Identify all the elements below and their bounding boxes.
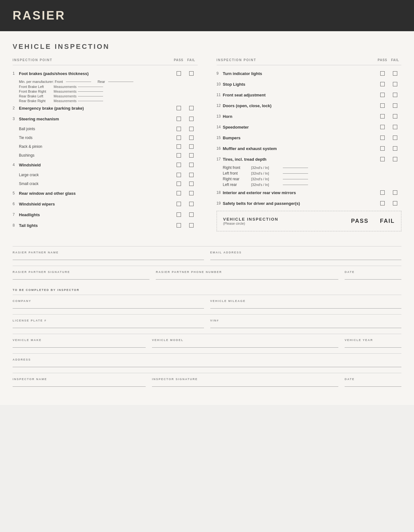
right-col-inspection-label: INSPECTION POINT: [217, 58, 376, 62]
item-14-num: 14: [217, 125, 223, 129]
item-18-label: Interior and exterior rear view mirrors: [223, 190, 376, 195]
item-1-pass-checkbox[interactable]: [177, 71, 181, 76]
item-2-fail-checkbox[interactable]: [189, 106, 194, 110]
section-title: VEHICLE INSPECTION: [13, 43, 401, 51]
item-15-pass-checkbox[interactable]: [380, 136, 385, 140]
item-3-bushings-pass[interactable]: [177, 153, 181, 158]
item-17-label: Tires, incl. tread depth: [223, 157, 376, 162]
item-18-pass-checkbox[interactable]: [380, 190, 385, 195]
item-18-num: 18: [217, 190, 223, 195]
item-3: 3 Steering mechanism: [13, 114, 198, 123]
item-3-rack-pinion-fail[interactable]: [189, 144, 194, 149]
item-12-pass-checkbox[interactable]: [380, 103, 385, 108]
item-8-num: 8: [13, 223, 19, 228]
item-6-fail-checkbox[interactable]: [189, 202, 194, 206]
inspector-date-field: DATE: [345, 378, 401, 387]
item-4-small-crack: Small crack: [13, 180, 198, 188]
item-11-pass-checkbox[interactable]: [380, 93, 385, 97]
item-3-rack-pinion-pass[interactable]: [177, 144, 181, 149]
item-9-pass-checkbox[interactable]: [380, 71, 385, 76]
item-10-fail-checkbox[interactable]: [393, 82, 397, 86]
left-column: INSPECTION POINT PASS FAIL 1 Foot brakes…: [13, 58, 207, 232]
item-1-rear-left: Rear Brake Left Measurements: [13, 94, 198, 98]
item-4-small-crack-fail[interactable]: [189, 182, 194, 186]
item-12-num: 12: [217, 103, 223, 108]
header-title: RASIER: [13, 9, 401, 22]
item-3-ball-joints-pass[interactable]: [177, 127, 181, 131]
plate-label: LICENSE PLATE #: [13, 319, 204, 322]
item-11: 11 Front seat adjustment: [217, 90, 402, 99]
item-3-ball-joints-fail[interactable]: [189, 127, 194, 131]
item-14-fail-checkbox[interactable]: [393, 125, 397, 129]
item-15-fail-checkbox[interactable]: [393, 136, 397, 140]
signature-label: RASIER PARTNER SIGNATURE: [13, 270, 149, 274]
tire-left-front: Left front [32nd's / In]: [217, 171, 402, 176]
inspector-section: TO BE COMPLETED BY INSPECTOR: [13, 288, 401, 292]
item-17: 17 Tires, incl. tread depth: [217, 155, 402, 164]
item-7: 7 Headlights: [13, 210, 198, 219]
item-19-label: Safety belts for driver and passenger(s): [223, 201, 376, 206]
item-8-pass-checkbox[interactable]: [177, 223, 181, 228]
item-4-large-crack-fail[interactable]: [189, 173, 194, 177]
item-1-num: 1: [13, 71, 19, 76]
footer-row-5: VEHICLE MAKE VEHICLE MODEL VEHICLE YEAR: [13, 338, 401, 353]
item-5-pass-checkbox[interactable]: [177, 191, 181, 195]
item-6-pass-checkbox[interactable]: [177, 202, 181, 206]
left-col-inspection-label: INSPECTION POINT: [13, 58, 172, 62]
item-17-fail-checkbox[interactable]: [393, 157, 397, 161]
inspector-name-field: INSPECTOR NAME: [13, 378, 146, 387]
item-4-pass-checkbox[interactable]: [177, 163, 181, 167]
item-9-label: Turn indicator lights: [223, 71, 376, 76]
inspection-columns: INSPECTION POINT PASS FAIL 1 Foot brakes…: [13, 58, 401, 232]
inspector-sig-label: INSPECTOR SIGNATURE: [152, 378, 338, 381]
vin-label: VIN#: [210, 319, 402, 322]
item-19-fail-checkbox[interactable]: [393, 201, 397, 205]
item-2-pass-checkbox[interactable]: [177, 106, 181, 110]
item-5-fail-checkbox[interactable]: [189, 191, 194, 195]
tire-right-rear: Right rear [32nd's / In]: [217, 177, 402, 181]
item-11-fail-checkbox[interactable]: [393, 93, 397, 97]
item-6-label: Windshield wipers: [19, 202, 172, 206]
item-16: 16 Muffler and exhaust system: [217, 144, 402, 153]
item-16-fail-checkbox[interactable]: [393, 146, 397, 151]
item-6-num: 6: [13, 202, 19, 206]
summary-fail-label: FAIL: [380, 218, 395, 224]
item-8-fail-checkbox[interactable]: [189, 223, 194, 228]
item-3-fail-checkbox[interactable]: [189, 117, 194, 121]
main-content: VEHICLE INSPECTION INSPECTION POINT PASS…: [0, 31, 414, 405]
item-8-label: Tail lights: [19, 223, 172, 228]
left-col-fail-label: FAIL: [185, 58, 198, 62]
item-7-pass-checkbox[interactable]: [177, 212, 181, 217]
item-19-num: 19: [217, 201, 223, 205]
item-3-bushings-fail[interactable]: [189, 153, 194, 158]
item-7-fail-checkbox[interactable]: [189, 212, 194, 217]
item-14-pass-checkbox[interactable]: [380, 125, 385, 129]
item-3-pass-checkbox[interactable]: [177, 117, 181, 121]
item-16-pass-checkbox[interactable]: [380, 146, 385, 151]
item-13-fail-checkbox[interactable]: [393, 114, 397, 119]
item-13-label: Horn: [223, 114, 376, 119]
partner-name-label: RASIER PARTNER NAME: [13, 251, 204, 254]
item-19-pass-checkbox[interactable]: [380, 201, 385, 205]
item-3-tie-rods-pass[interactable]: [177, 136, 181, 140]
address-field: ADDRESS: [13, 358, 401, 367]
item-12-fail-checkbox[interactable]: [393, 103, 397, 108]
plate-field: LICENSE PLATE #: [13, 319, 204, 328]
item-17-pass-checkbox[interactable]: [380, 157, 385, 161]
tire-left-rear: Left rear [32nd's / In]: [217, 182, 402, 187]
item-1-fail-checkbox[interactable]: [189, 71, 194, 76]
partner-name-field: RASIER PARTNER NAME: [13, 251, 204, 260]
item-4-small-crack-pass[interactable]: [177, 182, 181, 186]
item-4-fail-checkbox[interactable]: [189, 163, 194, 167]
summary-box: VEHICLE INSPECTION (Please circle) PASS …: [217, 211, 402, 231]
item-9-fail-checkbox[interactable]: [393, 71, 397, 76]
item-10-pass-checkbox[interactable]: [380, 82, 385, 86]
left-col-pass-label: PASS: [172, 58, 185, 62]
item-13: 13 Horn: [217, 112, 402, 121]
item-18-fail-checkbox[interactable]: [393, 190, 397, 195]
item-13-pass-checkbox[interactable]: [380, 114, 385, 119]
item-3-tie-rods-fail[interactable]: [189, 136, 194, 140]
right-col-header: INSPECTION POINT PASS FAIL: [217, 58, 402, 62]
item-4-large-crack-pass[interactable]: [177, 173, 181, 177]
item-17-num: 17: [217, 157, 223, 161]
